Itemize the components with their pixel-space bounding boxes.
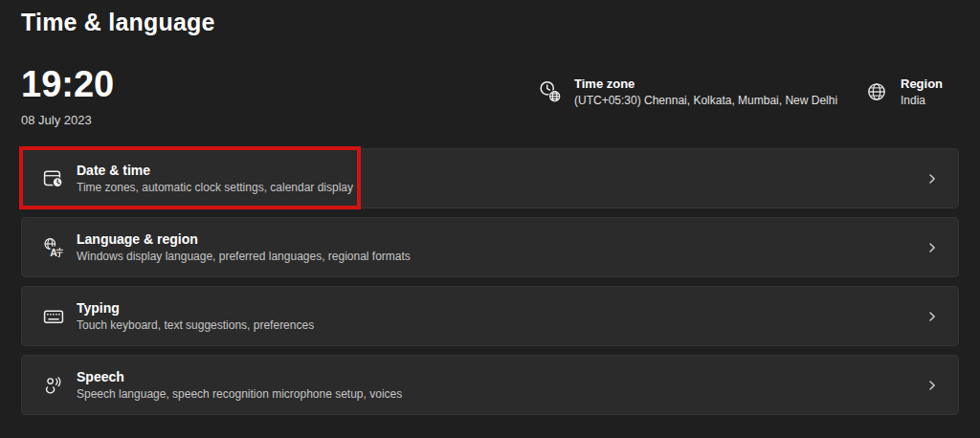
chevron-right-icon bbox=[925, 172, 939, 186]
settings-item-description: Speech language, speech recognition micr… bbox=[77, 387, 402, 401]
page-title: Time & language bbox=[21, 9, 215, 36]
region-value: India bbox=[901, 94, 943, 107]
chevron-right-icon bbox=[925, 310, 939, 323]
svg-text:A: A bbox=[50, 247, 57, 258]
region-label: Region bbox=[901, 77, 943, 91]
timezone-summary: Time zone (UTC+05:30) Chennai, Kolkata, … bbox=[538, 76, 837, 108]
region-summary: Region India bbox=[864, 76, 943, 108]
chevron-right-icon bbox=[925, 379, 939, 392]
settings-item-title: Speech bbox=[77, 369, 402, 384]
settings-item-language-region[interactable]: A Language & region Windows display lang… bbox=[21, 217, 959, 277]
settings-item-date-time[interactable]: Date & time Time zones, automatic clock … bbox=[21, 148, 959, 208]
settings-item-description: Windows display language, preferred lang… bbox=[77, 250, 411, 263]
calendar-clock-icon bbox=[43, 168, 64, 189]
keyboard-icon bbox=[43, 306, 64, 327]
settings-item-speech[interactable]: Speech Speech language, speech recogniti… bbox=[21, 355, 959, 415]
clock-time: 19:20 bbox=[21, 66, 114, 104]
settings-item-title: Language & region bbox=[77, 231, 411, 247]
timezone-label: Time zone bbox=[574, 77, 837, 91]
timezone-value: (UTC+05:30) Chennai, Kolkata, Mumbai, Ne… bbox=[574, 94, 837, 107]
chevron-right-icon bbox=[925, 241, 939, 254]
settings-item-title: Date & time bbox=[77, 163, 353, 178]
globe-icon bbox=[864, 80, 889, 103]
speech-icon bbox=[43, 375, 64, 396]
language-globe-icon: A bbox=[43, 237, 64, 258]
settings-item-title: Typing bbox=[77, 300, 314, 316]
time-language-settings-page: Time & language 19:20 08 July 2023 bbox=[0, 0, 980, 438]
settings-item-description: Time zones, automatic clock settings, ca… bbox=[77, 181, 353, 194]
timezone-clock-globe-icon bbox=[538, 79, 563, 104]
clock-date: 08 July 2023 bbox=[21, 113, 92, 127]
settings-item-description: Touch keyboard, text suggestions, prefer… bbox=[77, 318, 314, 332]
settings-item-typing[interactable]: Typing Touch keyboard, text suggestions,… bbox=[21, 286, 959, 346]
